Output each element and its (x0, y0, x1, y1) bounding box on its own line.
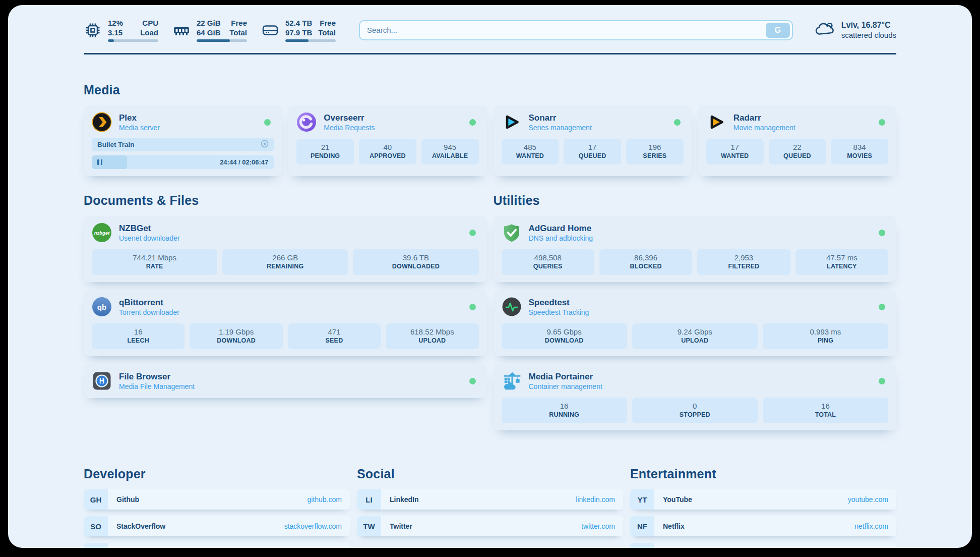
cpu-load-label: Load (140, 28, 158, 37)
app-card-qbittorrent[interactable]: qb qBittorrent Torrent downloader 16LEEC… (84, 290, 487, 356)
section-title-social: Social (357, 467, 623, 481)
bookmark-tag: RE (630, 543, 654, 548)
app-card-nzbget[interactable]: nzbget NZBGet Usenet downloader 744.21 M… (84, 216, 487, 282)
app-card-filebrowser[interactable]: File Browser Media File Management (84, 364, 487, 398)
storage-free: 52.4 TB (285, 18, 312, 28)
sonarr-icon (502, 112, 522, 132)
storage-total: 97.9 TB (285, 28, 312, 37)
cpu-label: CPU (140, 18, 158, 28)
bookmark-twitter[interactable]: TW Twitter twitter.com (357, 516, 623, 536)
app-card-sonarr[interactable]: Sonarr Series management 485WANTED 17QUE… (494, 105, 692, 176)
stat-wanted: 17WANTED (706, 139, 764, 164)
stat-remaining: 266 GBREMAINING (222, 249, 348, 275)
status-dot (469, 378, 476, 384)
bookmark-url: twitter.com (581, 522, 615, 530)
playback-time: 24:44 / 02:06:47 (220, 158, 268, 166)
stat-queued: 22QUEUED (769, 139, 826, 164)
app-subtitle: Speedtest Tracking (529, 308, 872, 317)
app-card-radarr[interactable]: Radarr Movie management 17WANTED 22QUEUE… (698, 105, 896, 176)
memory-total: 64 GiB (197, 28, 221, 37)
stat-download: 9.65 GbpsDOWNLOAD (502, 323, 627, 349)
app-subtitle: DNS and adblocking (529, 234, 872, 243)
bookmark-tag: NF (630, 516, 654, 536)
app-title: qBittorrent (119, 297, 462, 308)
app-card-portainer[interactable]: Media Portainer Container management 16R… (494, 364, 897, 430)
search-input[interactable] (360, 26, 766, 34)
app-card-speedtest[interactable]: Speedtest Speedtest Tracking 9.65 GbpsDO… (494, 290, 897, 356)
bookmark-tag: TW (357, 516, 381, 536)
status-dot (879, 119, 885, 126)
stat-download: 1.19 GbpsDOWNLOAD (190, 323, 282, 349)
documents-column: Documents & Files nzbget NZBGet Usenet d (84, 193, 487, 406)
bookmark-github[interactable]: GH Github github.com (84, 489, 350, 510)
storage-total-label: Total (318, 28, 336, 37)
app-card-adguard[interactable]: AdGuard Home DNS and adblocking 498,508Q… (494, 216, 897, 282)
ram-icon (172, 21, 191, 39)
disk-icon (261, 21, 279, 39)
speedtest-icon (502, 297, 522, 317)
header-divider (84, 53, 896, 54)
stat-total: 16TOTAL (763, 398, 888, 423)
stat-queued: 17QUEUED (564, 139, 621, 164)
dashboard-page: 12% CPU 3.15 Load (8, 5, 972, 548)
utilities-column: Utilities AdGuard (494, 193, 897, 438)
stat-upload: 9.24 GbpsUPLOAD (632, 323, 758, 349)
section-title-documents: Documents & Files (84, 193, 487, 208)
stat-leech: 16LEECH (92, 323, 185, 349)
stat-running: 16RUNNING (502, 398, 627, 423)
stat-queries: 498,508QUERIES (502, 249, 594, 275)
app-card-plex[interactable]: Plex Media server Bullet Train (84, 105, 282, 176)
bookmark-name: Netflix (663, 522, 854, 530)
app-subtitle: Usenet downloader (119, 234, 462, 243)
cpu-icon (84, 21, 102, 39)
section-title-developer: Developer (84, 467, 350, 481)
bookmark-tag: GH (84, 489, 108, 510)
svg-text:nzbget: nzbget (94, 230, 110, 236)
app-title: Sonarr (529, 113, 667, 123)
search-provider-button[interactable]: G (766, 23, 790, 38)
bookmark-stackoverflow[interactable]: SO StackOverflow stackoverflow.com (84, 516, 350, 536)
system-metrics: 12% CPU 3.15 Load (84, 18, 336, 42)
bookmark-netflix[interactable]: NF Netflix netflix.com (630, 516, 896, 536)
app-title: NZBGet (119, 223, 462, 234)
media-card-row: Plex Media server Bullet Train (84, 105, 896, 176)
storage-progress-bar (285, 39, 336, 42)
stat-available: 945AVAILABLE (421, 139, 479, 164)
filebrowser-icon (92, 371, 112, 391)
bookmark-name: StackOverflow (116, 522, 284, 530)
pause-icon (97, 159, 102, 165)
bookmark-dev[interactable]: DT DEV dev.to (84, 543, 350, 548)
memory-free-label: Free (229, 18, 247, 28)
status-dot (469, 119, 476, 126)
search-bar: G (359, 20, 793, 40)
stat-wanted: 485WANTED (502, 139, 559, 164)
metric-storage: 52.4 TB Free 97.9 TB Total (261, 18, 336, 42)
app-title: Overseerr (324, 113, 462, 123)
bookmark-url: github.com (308, 495, 342, 504)
bookmark-name: Twitter (390, 522, 581, 530)
cpu-load: 3.15 (108, 28, 123, 37)
svg-text:qb: qb (97, 303, 106, 311)
section-title-utilities: Utilities (494, 193, 897, 208)
stat-downloaded: 39.6 TBDOWNLOADED (353, 249, 478, 275)
memory-progress-bar (197, 39, 247, 42)
status-dot (674, 119, 681, 126)
bookmark-reddit[interactable]: RE Reddit reddit.com (630, 543, 896, 548)
cpu-progress-bar (108, 39, 158, 42)
app-title: Radarr (733, 113, 872, 123)
bookmark-tag: YT (630, 489, 654, 510)
app-card-overseerr[interactable]: Overseerr Media Requests 21PENDING 40APP… (288, 105, 486, 176)
app-subtitle: Container management (529, 382, 872, 391)
status-dot (264, 119, 271, 126)
bookmark-linkedin[interactable]: LI LinkedIn linkedin.com (357, 489, 623, 510)
bookmark-url: netflix.com (854, 522, 888, 530)
memory-total-label: Total (229, 28, 247, 37)
overseerr-icon (296, 112, 317, 132)
bookmark-youtube[interactable]: YT YouTube youtube.com (630, 489, 896, 510)
status-dot (879, 304, 885, 310)
bookmark-url: stackoverflow.com (284, 522, 342, 530)
cast-icon[interactable] (260, 139, 269, 150)
stat-movies: 834MOVIES (831, 139, 888, 164)
app-subtitle: Movie management (733, 123, 872, 132)
app-subtitle: Media server (119, 123, 257, 132)
